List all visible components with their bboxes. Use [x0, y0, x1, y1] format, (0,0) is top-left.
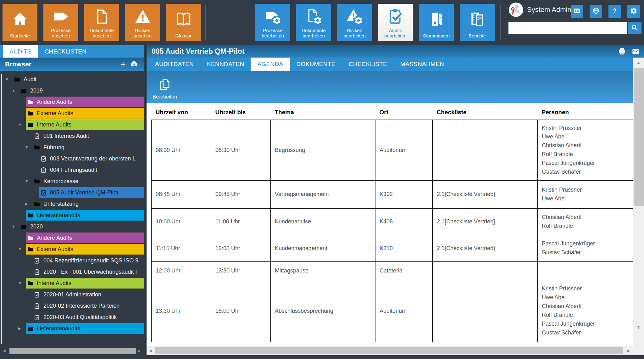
tree-item-lieferantenaudits[interactable]: ▶Lieferantenaudits — [2, 323, 144, 334]
folder-icon — [20, 223, 27, 230]
tree-item-004-f-hrungsaudit[interactable]: 004 Führungsaudit — [2, 164, 144, 176]
tree-item-2020-ex-001-berwachungsaudit-i[interactable]: 2020 - Ex - 001 Überwachungsaudit I — [2, 266, 144, 278]
glossar-button[interactable]: Glossar — [166, 4, 201, 41]
agenda-cell: K408 — [375, 208, 433, 235]
agenda-row-begr-ssung[interactable]: 08:00 Uhr08:30 UhrBegrüssungAuditoriumKr… — [152, 120, 633, 180]
sidebar-tab-audits[interactable]: AUDITS — [3, 45, 38, 58]
sidebar-horizontal-scrollbar[interactable]: ◀ ▶ — [0, 347, 144, 355]
scroll-right-icon[interactable]: ▶ — [627, 348, 630, 353]
tree-item-2020-03-audit-qualit-tspolitik[interactable]: 2020-03 Audit Qualitätspolitik — [2, 311, 144, 323]
tree-item-interne-audits[interactable]: ▼Interne Audits — [2, 278, 144, 289]
prozesse-bearbeiten-button[interactable]: Prozesse bearbeiten — [255, 4, 290, 41]
browser-actions: + — [121, 59, 138, 69]
plus-icon[interactable]: + — [121, 60, 125, 68]
audits-bearbeiten-button[interactable]: Audits bearbeiten — [378, 4, 413, 41]
mail-icon[interactable] — [631, 47, 640, 56]
chevron-down-icon[interactable]: ▼ — [5, 77, 13, 81]
scrollbar-thumb[interactable] — [634, 68, 644, 206]
globe-button[interactable] — [590, 5, 602, 18]
agenda-row-vertragsmanagement[interactable]: 08:45 Uhr09:45 UhrVertragsmanagementK302… — [152, 180, 633, 208]
printer-icon[interactable] — [618, 47, 626, 56]
agenda-row-kundenmanagement[interactable]: 11:15 Uhr12:00 UhrKundenmanagementK2102.… — [152, 235, 633, 261]
chevron-down-icon[interactable]: ▼ — [18, 281, 26, 285]
page-title: 005 Audit Vertrieb QM-Pilot — [147, 47, 245, 56]
settings-button[interactable] — [627, 5, 640, 18]
chevron-right-icon[interactable]: ▶ — [25, 202, 32, 206]
title-actions — [618, 47, 644, 56]
scroll-up-icon[interactable]: ▲ — [636, 60, 641, 65]
chevron-down-icon[interactable]: ▼ — [18, 122, 26, 127]
settings-icon — [630, 7, 637, 16]
tree-item-2020[interactable]: ▼2020 — [2, 221, 144, 232]
tree-item-unterst-tzung[interactable]: ▶Unterstützung — [2, 198, 144, 210]
dokumente-ansehen-button[interactable]: Dokumente ansehen — [84, 4, 119, 41]
tree-item-001-internes-audit[interactable]: 001 Internes Audit — [2, 130, 144, 142]
tab-agenda[interactable]: AGENDA — [251, 58, 290, 71]
main-vertical-scrollbar[interactable]: ▲ ▼ — [633, 58, 644, 355]
tree-item-2019[interactable]: ▼2019 — [2, 85, 144, 96]
scrollbar-thumb[interactable] — [155, 347, 623, 354]
dokumente-bearbeiten-button[interactable]: Dokumente bearbeiten — [296, 4, 331, 41]
tree-item-audit[interactable]: ▼Audit — [2, 74, 144, 85]
tree-item-interne-audits[interactable]: ▼Interne Audits — [2, 119, 144, 130]
book-icon — [175, 4, 192, 33]
tree-item-f-hrung[interactable]: ▼Führung — [2, 142, 144, 153]
tab-auditdaten[interactable]: AUDITDATEN — [148, 58, 200, 71]
tab-dokumente[interactable]: DOKUMENTE — [290, 58, 342, 71]
agenda-cell: 2.1[Checkliste Vertrieb] — [433, 235, 538, 261]
search-input[interactable] — [508, 22, 627, 34]
person-name: Rolf Brändle — [542, 222, 630, 231]
agenda-row-abschlussbesprechung[interactable]: 13:30 Uhr15:00 UhrAbschlussbesprechungAu… — [152, 280, 633, 342]
risiken-bearbeiten-button[interactable]: Risiken bearbeiten — [337, 4, 372, 41]
user-avatar[interactable] — [509, 3, 523, 17]
stammdaten-button[interactable]: Stammdaten — [419, 4, 454, 41]
bearbeiten-button[interactable]: Bearbeiten — [150, 73, 180, 101]
copy-icon — [158, 75, 171, 94]
main-tabs: AUDITDATENKENNDATENAGENDADOKUMENTECHECKL… — [147, 58, 633, 71]
tree-item-andere-audits[interactable]: Andere Audits — [2, 232, 144, 244]
agenda-cell — [433, 280, 538, 342]
folder-icon — [27, 98, 34, 105]
tree-item-externe-audits[interactable]: Externe Audits — [2, 108, 144, 119]
chevron-right-icon[interactable]: ▶ — [18, 326, 26, 331]
agenda-row-kundenaquise[interactable]: 10:00 Uhr11:00 UhrKundenaquiseK4082.1[Ch… — [152, 208, 633, 235]
audit-icon — [33, 314, 40, 321]
scroll-left-icon[interactable]: ◀ — [3, 348, 6, 353]
risiken-ansehen-button[interactable]: Risiken ansehen — [125, 4, 160, 41]
tree-item-lieferantenaudits[interactable]: Lieferantenaudits — [2, 210, 144, 221]
berichte-button[interactable]: Berichte — [460, 4, 495, 41]
agenda-row-mittagspause[interactable]: 12:00 Uhr13:30 UhrMittagspauseCafeteria — [152, 261, 633, 280]
tree-item-2020-02-interessierte-parteien[interactable]: 2020-02 Interessierte Parteien — [2, 300, 144, 311]
tab-kenndaten[interactable]: KENNDATEN — [200, 58, 251, 71]
main-horizontal-scrollbar[interactable]: ◀ ▶ — [147, 346, 633, 355]
chevron-down-icon[interactable]: ▼ — [25, 145, 32, 149]
scroll-right-icon[interactable]: ▶ — [138, 348, 141, 353]
cloud-download-icon[interactable] — [130, 59, 138, 69]
search-button[interactable] — [628, 22, 641, 34]
tree-item-004-rezertifizierungsaudit-sqs-iso-9[interactable]: 004 Rezertifizierungsaudit SQS ISO 9 — [2, 255, 144, 266]
sidebar-tab-checklisten[interactable]: CHECKLISTEN — [38, 45, 93, 58]
binder-icon — [428, 4, 445, 33]
tree-item-andere-audits[interactable]: Andere Audits — [2, 96, 144, 108]
chevron-down-icon[interactable]: ▼ — [12, 88, 19, 93]
tree-item-kernprozesse[interactable]: ▼Kernprozesse — [2, 176, 144, 187]
scroll-left-icon[interactable]: ◀ — [149, 348, 152, 353]
prozesse-ansehen-button[interactable]: Prozesse ansehen — [43, 4, 78, 41]
id-card-button[interactable] — [571, 5, 583, 18]
person-name: Kristin Prüssner — [542, 186, 630, 194]
scrollbar-thumb[interactable] — [9, 348, 136, 354]
tab-checkliste[interactable]: CHECKLISTE — [342, 58, 394, 71]
chevron-down-icon[interactable]: ▼ — [25, 179, 32, 183]
chevron-down-icon[interactable]: ▼ — [18, 247, 26, 251]
tree-item-005-audit-vertrieb-qm-pilot[interactable]: 005 Audit Vertrieb QM-Pilot — [2, 187, 144, 198]
tree-item-003-verantwortung-der-obersten-l[interactable]: 003 Verantwortung der obersten L — [2, 153, 144, 164]
column-header-uhrzeit-bis: Uhrzeit bis — [211, 105, 271, 120]
column-header-personen: Personen — [538, 105, 633, 120]
scroll-down-icon[interactable]: ▼ — [636, 325, 641, 330]
help-button[interactable]: ? — [608, 5, 621, 18]
chevron-down-icon[interactable]: ▼ — [12, 224, 19, 229]
startseite-button[interactable]: Startseite — [3, 4, 37, 41]
tab-massnahmen[interactable]: MASSNAHMEN — [394, 58, 451, 71]
tree-item-2020-01-administration[interactable]: 2020-01 Administration — [2, 289, 144, 300]
tree-item-externe-audits[interactable]: ▼Externe Audits — [2, 244, 144, 255]
